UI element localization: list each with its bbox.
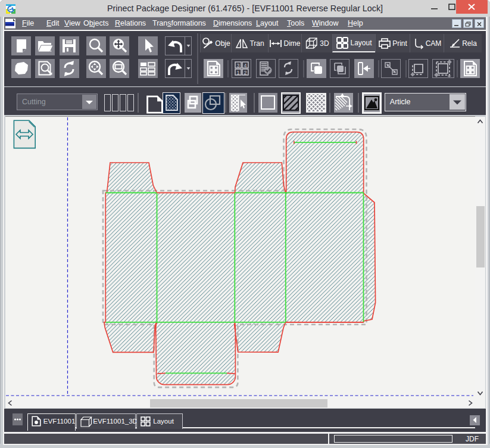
svg-text:3: 3 bbox=[236, 63, 239, 69]
svg-text:1: 1 bbox=[236, 70, 239, 76]
svg-text:2: 2 bbox=[244, 70, 246, 76]
svg-text:4: 4 bbox=[244, 63, 246, 69]
